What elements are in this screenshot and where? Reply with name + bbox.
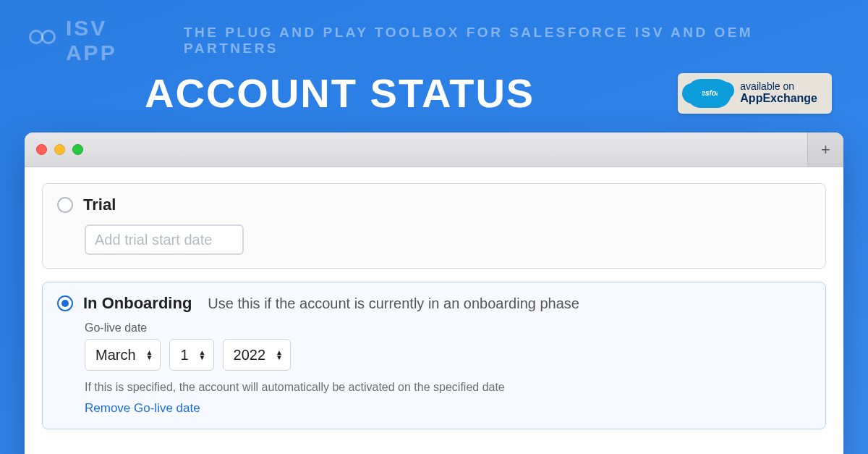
brand-logo-icon bbox=[29, 30, 60, 51]
plus-icon: + bbox=[821, 140, 830, 159]
new-tab-button[interactable]: + bbox=[807, 133, 843, 167]
badge-line2: AppExchange bbox=[740, 92, 817, 105]
golive-help-text: If this is specified, the account will a… bbox=[85, 381, 811, 394]
minimize-icon[interactable] bbox=[54, 144, 65, 155]
window-titlebar: + bbox=[25, 133, 843, 167]
window-content: Trial Add trial start date In Onboarding… bbox=[25, 167, 843, 454]
option-title-onboarding: In Onboarding bbox=[83, 294, 192, 313]
golive-month-stepper[interactable]: March ▲▼ bbox=[85, 339, 161, 371]
salesforce-cloud-icon: salesforce bbox=[686, 79, 731, 108]
window-traffic-lights bbox=[36, 144, 83, 155]
golive-year-stepper[interactable]: 2022 ▲▼ bbox=[223, 339, 291, 371]
app-window: + Trial Add trial start date In Onboardi… bbox=[25, 133, 843, 454]
stepper-arrows-icon: ▲▼ bbox=[199, 350, 206, 360]
status-option-trial[interactable]: Trial Add trial start date bbox=[42, 183, 826, 269]
brand-logo-text: ISV APP bbox=[66, 16, 163, 65]
option-title-trial: Trial bbox=[83, 196, 116, 214]
stepper-arrows-icon: ▲▼ bbox=[146, 350, 153, 360]
appexchange-badge[interactable]: salesforce available on AppExchange bbox=[678, 73, 832, 114]
page-title: ACCOUNT STATUS bbox=[145, 70, 535, 117]
remove-golive-link[interactable]: Remove Go-live date bbox=[85, 401, 811, 416]
option-desc-onboarding: Use this if the account is currently in … bbox=[208, 295, 579, 312]
golive-field: Go-live date March ▲▼ 1 ▲▼ 2022 ▲▼ bbox=[85, 321, 811, 371]
title-row: ACCOUNT STATUS salesforce available on A… bbox=[0, 65, 868, 133]
radio-onboarding[interactable] bbox=[57, 295, 73, 311]
golive-day-stepper[interactable]: 1 ▲▼ bbox=[169, 339, 213, 371]
status-option-onboarding[interactable]: In Onboarding Use this if the account is… bbox=[42, 282, 826, 429]
brand-row: ISV APP THE PLUG AND PLAY TOOLBOX FOR SA… bbox=[0, 0, 868, 65]
brand-tagline: THE PLUG AND PLAY TOOLBOX FOR SALESFORCE… bbox=[184, 25, 839, 56]
close-icon[interactable] bbox=[36, 144, 47, 155]
stepper-arrows-icon: ▲▼ bbox=[276, 350, 283, 360]
brand-logo: ISV APP bbox=[29, 16, 163, 65]
trial-start-date-input[interactable]: Add trial start date bbox=[85, 224, 244, 255]
zoom-icon[interactable] bbox=[72, 144, 83, 155]
radio-trial[interactable] bbox=[57, 197, 73, 213]
golive-label: Go-live date bbox=[85, 321, 811, 335]
badge-line1: available on bbox=[740, 80, 817, 92]
